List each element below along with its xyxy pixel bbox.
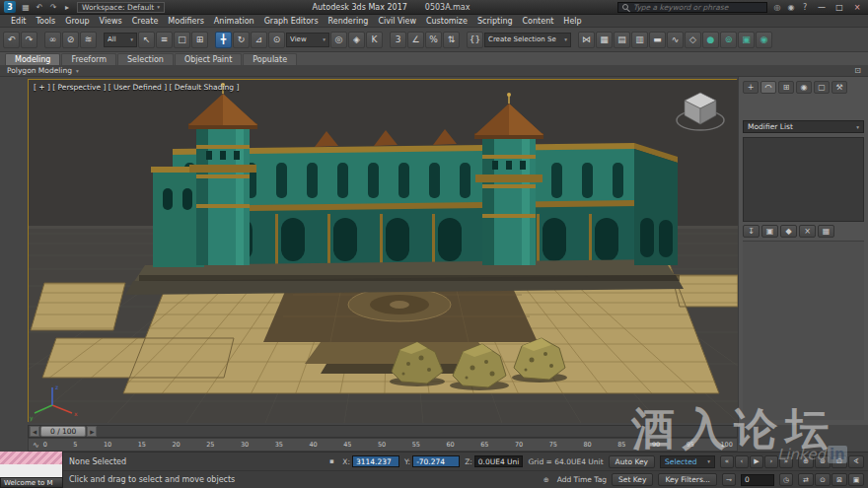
y-coordinate-field[interactable]: -70.274 [412,455,460,467]
menu-item-scripting[interactable]: Scripting [472,17,518,26]
edit-named-selection-sets-icon[interactable]: {} [467,32,483,48]
select-object-icon[interactable]: ↖ [138,32,155,48]
configure-modifier-sets-button[interactable]: ▦ [818,225,834,238]
project-folder-icon[interactable]: ▸ [61,1,73,13]
field-of-view-icon[interactable]: ∢ [848,455,864,468]
time-slider-next-icon[interactable]: ▶ [87,426,97,437]
modify-tab-icon[interactable]: ◠ [760,81,776,94]
menu-item-civil-view[interactable]: Civil View [373,17,421,26]
search-input[interactable] [631,2,758,13]
keyboard-shortcut-override-icon[interactable]: K [366,32,383,48]
maximize-viewport-toggle-icon[interactable]: ▣ [848,473,864,486]
set-key-button[interactable]: Set Key [612,473,653,486]
menu-item-edit[interactable]: Edit [6,17,32,26]
rendered-frame-window-icon[interactable]: ▣ [738,32,755,48]
ribbon-tab-populate[interactable]: Populate [243,53,297,65]
select-and-move-icon[interactable]: ╋ [215,32,232,48]
spinner-snap-icon[interactable]: ⇅ [443,32,460,48]
mirror-icon[interactable]: ⋈ [578,32,595,48]
open-mini-curve-editor-icon[interactable]: ∿ [33,441,39,450]
menu-item-tools[interactable]: Tools [32,17,61,26]
search-box[interactable] [617,2,767,13]
render-setup-icon[interactable]: ⊚ [720,32,737,48]
maxscript-mini-listener[interactable] [0,452,63,477]
key-mode-toggle-button[interactable]: ⊸ [722,473,736,486]
perspective-viewport[interactable]: x y z [ + ] [ Perspective ] [ User Defin… [28,79,737,422]
menu-item-customize[interactable]: Customize [421,17,472,26]
previous-frame-button[interactable]: ‹ [735,455,749,468]
ribbon-tab-selection[interactable]: Selection [117,53,174,65]
play-animation-button[interactable]: ▶ [750,455,763,468]
rectangular-selection-region-icon[interactable]: □ [174,32,190,48]
time-slider-handle[interactable]: 0 / 100 [40,426,86,437]
create-tab-icon[interactable]: + [743,81,759,94]
curve-editor-icon[interactable]: ∿ [667,32,684,48]
view-cube[interactable] [673,85,728,140]
schematic-view-icon[interactable]: ◇ [685,32,701,48]
auto-key-button[interactable]: Auto Key [609,455,655,468]
workspace-dropdown[interactable]: Workspace: Default ▾ [77,2,165,13]
show-end-result-button[interactable]: ▣ [761,225,778,238]
zoom-region-icon[interactable]: ⊠ [832,473,847,486]
pin-stack-button[interactable]: ↧ [743,225,760,238]
modifier-list-dropdown[interactable]: Modifier List ▾ [743,120,864,133]
snap-toggle-3d-icon[interactable]: 3 [390,32,406,48]
zoom-all-icon[interactable]: ⊛ [815,455,831,468]
display-tab-icon[interactable]: ▢ [814,81,830,94]
window-crossing-icon[interactable]: ⊞ [191,32,208,48]
toggle-ribbon-icon[interactable]: ▬ [649,32,666,48]
unlink-selection-icon[interactable]: ⊘ [62,32,79,48]
polygon-modeling-tab[interactable]: Polygon Modeling [7,66,72,75]
undo-quick-icon[interactable]: ↶ [34,1,45,13]
utilities-tab-icon[interactable]: ⚒ [832,81,847,94]
menu-item-modifiers[interactable]: Modifiers [163,17,209,26]
ribbon-tab-modeling[interactable]: Modeling [5,53,60,65]
go-to-start-button[interactable]: « [720,455,734,468]
orbit-icon[interactable]: ⊙ [815,473,831,486]
menu-item-create[interactable]: Create [127,17,164,26]
time-slider-prev-icon[interactable]: ◀ [30,426,39,437]
material-editor-icon[interactable]: ● [702,32,719,48]
time-configuration-button[interactable]: ◷ [779,473,793,486]
key-filters-button[interactable]: Key Filters... [658,473,717,486]
close-button[interactable]: × [850,1,864,13]
redo-icon[interactable]: ↷ [21,32,37,48]
menu-item-graph-editors[interactable]: Graph Editors [259,17,324,26]
welcome-window-minimized[interactable]: Welcome to M [0,477,63,488]
angle-snap-icon[interactable]: ∠ [407,32,424,48]
select-and-place-icon[interactable]: ⊙ [268,32,285,48]
current-frame-field[interactable]: 0 [741,474,774,486]
x-coordinate-field[interactable]: 3114.237 [352,455,399,467]
select-by-name-icon[interactable]: ≡ [156,32,173,48]
align-icon[interactable]: ▦ [596,32,613,48]
z-coordinate-field[interactable]: 0.0UE4 Uni [474,455,524,467]
menu-item-rendering[interactable]: Rendering [324,17,374,26]
add-time-tag[interactable]: Add Time Tag [557,475,607,484]
macro-recorder-line[interactable] [0,452,62,464]
select-and-manipulate-icon[interactable]: ◈ [348,32,365,48]
ribbon-tab-object-paint[interactable]: Object Paint [175,53,242,65]
remove-modifier-button[interactable]: × [799,225,816,238]
maximize-button[interactable]: □ [832,1,846,13]
make-unique-button[interactable]: ◆ [780,225,797,238]
zoom-extents-icon[interactable]: ⊡ [832,455,847,468]
select-and-rotate-icon[interactable]: ↻ [233,32,250,48]
zoom-icon[interactable]: ⊕ [798,455,814,468]
menu-item-content[interactable]: Content [518,17,559,26]
modifier-stack-list[interactable] [743,137,864,222]
select-and-link-icon[interactable]: ∞ [44,32,61,48]
lock-selection-icon[interactable]: ▪ [326,455,337,467]
select-and-scale-icon[interactable]: ⊿ [251,32,267,48]
redo-quick-icon[interactable]: ↷ [47,1,59,13]
menu-item-views[interactable]: Views [95,17,127,26]
motion-tab-icon[interactable]: ◉ [796,81,812,94]
sign-in-icon[interactable]: ◉ [785,1,797,13]
reference-coordinate-dropdown[interactable]: View▾ [286,33,329,47]
menu-item-group[interactable]: Group [60,17,94,26]
menu-item-animation[interactable]: Animation [209,17,259,26]
use-pivot-point-center-icon[interactable]: ◎ [330,32,347,48]
undo-icon[interactable]: ↶ [3,32,20,48]
listener-line[interactable] [0,464,62,477]
track-bar[interactable]: ∿ 05101520253035404550556065707580859095… [28,438,738,452]
go-to-end-button[interactable]: » [779,455,793,468]
